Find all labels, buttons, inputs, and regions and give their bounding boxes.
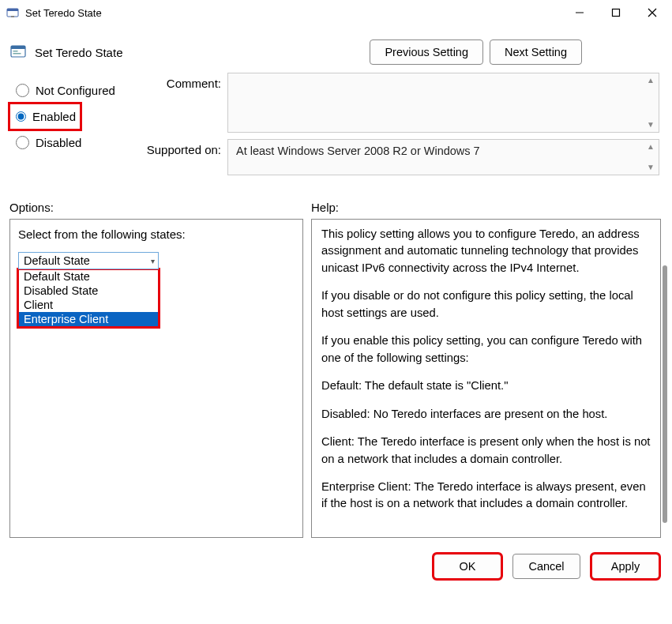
supported-on-value: At least Windows Server 2008 R2 or Windo…	[236, 145, 480, 157]
state-dropdown-list[interactable]: Default State Disabled State Client Ente…	[18, 269, 159, 327]
svg-rect-4	[613, 9, 620, 17]
svg-rect-1	[7, 9, 18, 11]
svg-rect-10	[13, 53, 21, 55]
close-button[interactable]	[634, 0, 670, 25]
titlebar: Set Teredo State	[0, 0, 670, 25]
caret-up-icon: ▲	[646, 76, 655, 85]
help-paragraph: Client: The Teredo interface is present …	[321, 434, 651, 468]
options-section-label: Options:	[9, 201, 311, 214]
window-controls	[561, 0, 670, 25]
help-pane: This policy setting allows you to config…	[311, 219, 661, 538]
dropdown-item[interactable]: Disabled State	[19, 284, 158, 298]
radio-enabled-input[interactable]	[16, 110, 26, 123]
radio-disabled-label: Disabled	[36, 136, 81, 149]
app-icon	[6, 6, 19, 19]
ok-button[interactable]: OK	[434, 554, 501, 579]
help-paragraph: This policy setting allows you to config…	[321, 226, 651, 276]
caret-up-icon: ▲	[646, 142, 655, 152]
comment-textarea[interactable]: ▲ ▼	[227, 73, 659, 133]
policy-icon	[9, 43, 27, 61]
svg-rect-2	[11, 16, 14, 17]
options-prompt: Select from the following states:	[18, 227, 295, 241]
help-paragraph: Default: The default state is "Client."	[321, 378, 651, 394]
header-row: Set Teredo State Previous Setting Next S…	[0, 25, 670, 65]
radio-not-configured[interactable]: Not Configured	[9, 77, 144, 103]
help-paragraph: Enterprise Client: The Teredo interface …	[321, 479, 651, 513]
window-title: Set Teredo State	[25, 7, 102, 19]
radio-enabled-label: Enabled	[32, 110, 76, 123]
previous-setting-button[interactable]: Previous Setting	[370, 39, 483, 65]
caret-down-icon: ▼	[646, 120, 655, 130]
scrollbar-thumb[interactable]	[663, 265, 667, 523]
help-paragraph: Disabled: No Teredo interfaces are prese…	[321, 406, 651, 423]
help-section-label: Help:	[311, 201, 661, 214]
help-paragraph: If you enable this policy setting, you c…	[321, 333, 651, 367]
svg-rect-8	[11, 46, 25, 49]
dropdown-item[interactable]: Default State	[19, 269, 158, 284]
next-setting-button[interactable]: Next Setting	[490, 39, 582, 65]
radio-not-configured-input[interactable]	[16, 84, 29, 97]
chevron-down-icon: ▾	[151, 257, 155, 265]
supported-label: Supported on:	[144, 139, 227, 175]
comment-label: Comment:	[144, 73, 227, 133]
state-select[interactable]: Default State ▾	[18, 252, 159, 269]
maximize-button[interactable]	[598, 0, 634, 25]
help-paragraph: If you disable or do not configure this …	[321, 288, 651, 321]
apply-button[interactable]: Apply	[591, 554, 659, 579]
supported-on-box: At least Windows Server 2008 R2 or Windo…	[227, 139, 659, 175]
dropdown-item-selected[interactable]: Enterprise Client	[19, 312, 158, 326]
state-select-value: Default State	[24, 254, 90, 267]
svg-rect-9	[13, 51, 18, 52]
radio-not-configured-label: Not Configured	[36, 84, 115, 97]
options-pane: Select from the following states: Defaul…	[9, 219, 303, 538]
radio-disabled[interactable]: Disabled	[9, 130, 144, 156]
minimize-button[interactable]	[561, 0, 598, 25]
cancel-button[interactable]: Cancel	[512, 554, 580, 579]
dialog-buttons: OK Cancel Apply	[0, 543, 670, 579]
policy-name: Set Teredo State	[35, 46, 122, 59]
caret-down-icon: ▼	[646, 163, 655, 172]
radio-enabled[interactable]: Enabled	[9, 103, 81, 130]
dropdown-item[interactable]: Client	[19, 298, 158, 312]
radio-disabled-input[interactable]	[16, 136, 29, 149]
